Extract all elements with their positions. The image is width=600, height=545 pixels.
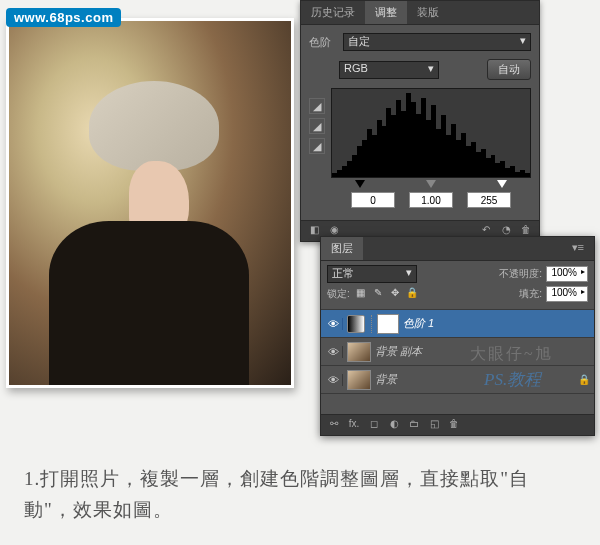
panel-menu-icon[interactable]: ▾≡ <box>562 237 594 260</box>
midtone-slider-icon[interactable] <box>426 180 436 188</box>
midtone-input[interactable] <box>409 192 453 208</box>
site-watermark: www.68ps.com <box>6 8 121 27</box>
fill-label: 填充: <box>519 287 542 301</box>
layer-name[interactable]: 色阶 1 <box>403 316 590 331</box>
example-photo <box>6 18 294 388</box>
overlay-text-1: 大眼仔~旭 <box>470 344 553 365</box>
adjustments-tabs: 历史记录 调整 装版 <box>301 1 539 25</box>
eyedropper-gray-icon[interactable]: ◢ <box>309 118 325 134</box>
layers-panel: 图层 ▾≡ 正常 不透明度: 100% 锁定: ▦ ✎ ✥ 🔒 填充: 100%… <box>320 236 595 436</box>
add-mask-icon[interactable]: ◻ <box>367 418 381 432</box>
new-layer-icon[interactable]: ◱ <box>427 418 441 432</box>
link-layers-icon[interactable]: ⚯ <box>327 418 341 432</box>
lock-transparency-icon[interactable]: ▦ <box>354 287 368 301</box>
layer-thumbnail[interactable] <box>347 370 371 390</box>
clip-icon[interactable]: ◧ <box>307 224 321 238</box>
layer-mask-thumb[interactable] <box>377 314 399 334</box>
fill-input[interactable]: 100% <box>546 286 588 302</box>
tab-mask[interactable]: 装版 <box>407 1 449 24</box>
eyedropper-black-icon[interactable]: ◢ <box>309 98 325 114</box>
highlight-slider-icon[interactable] <box>497 180 507 188</box>
tab-adjustments[interactable]: 调整 <box>365 1 407 24</box>
tab-history[interactable]: 历史记录 <box>301 1 365 24</box>
auto-button[interactable]: 自动 <box>487 59 531 80</box>
tab-layers[interactable]: 图层 <box>321 237 363 260</box>
layer-item-background[interactable]: 👁 背景 🔒 <box>321 366 594 394</box>
add-adjustment-icon[interactable]: ◐ <box>387 418 401 432</box>
delete-layer-icon[interactable]: 🗑 <box>447 418 461 432</box>
shadow-input[interactable] <box>351 192 395 208</box>
overlay-text-2: PS.教程 <box>484 368 541 391</box>
visibility-toggle-icon[interactable]: 👁 <box>325 318 343 330</box>
highlight-input[interactable] <box>467 192 511 208</box>
lock-indicator-icon: 🔒 <box>578 374 590 385</box>
eyedropper-white-icon[interactable]: ◢ <box>309 138 325 154</box>
channel-dropdown[interactable]: RGB <box>339 61 439 79</box>
visibility-toggle-icon[interactable]: 👁 <box>325 346 343 358</box>
layer-item-copy[interactable]: 👁 背景 副本 <box>321 338 594 366</box>
adjustments-panel: 历史记录 调整 装版 色阶 自定 RGB 自动 ◢ ◢ ◢ <box>300 0 540 242</box>
layer-name[interactable]: 背景 <box>375 372 578 387</box>
layer-fx-icon[interactable]: fx. <box>347 418 361 432</box>
layer-item-levels[interactable]: 👁 色阶 1 <box>321 310 594 338</box>
layer-list: 👁 色阶 1 👁 背景 副本 👁 背景 🔒 <box>321 309 594 414</box>
lock-label: 锁定: <box>327 287 350 301</box>
adjustment-type-label: 色阶 <box>309 35 337 50</box>
preset-dropdown[interactable]: 自定 <box>343 33 531 51</box>
opacity-label: 不透明度: <box>499 267 542 281</box>
new-group-icon[interactable]: 🗀 <box>407 418 421 432</box>
instruction-text: 1.打開照片，複製一層，創建色階調整圖層，直接點取"自動"，效果如圖。 <box>24 464 576 525</box>
histogram[interactable] <box>331 88 531 178</box>
visibility-toggle-icon[interactable]: 👁 <box>325 374 343 386</box>
layers-footer: ⚯ fx. ◻ ◐ 🗀 ◱ 🗑 <box>321 414 594 435</box>
eyedropper-tools: ◢ ◢ ◢ <box>309 88 325 212</box>
opacity-input[interactable]: 100% <box>546 266 588 282</box>
adjustment-icon[interactable] <box>347 315 365 333</box>
shadow-slider-icon[interactable] <box>355 180 365 188</box>
layer-thumbnail[interactable] <box>347 342 371 362</box>
blend-mode-dropdown[interactable]: 正常 <box>327 265 417 283</box>
lock-all-icon[interactable]: 🔒 <box>405 287 419 301</box>
lock-position-icon[interactable]: ✥ <box>388 287 402 301</box>
lock-pixels-icon[interactable]: ✎ <box>371 287 385 301</box>
levels-slider[interactable] <box>355 180 507 188</box>
photo-content <box>9 21 291 385</box>
